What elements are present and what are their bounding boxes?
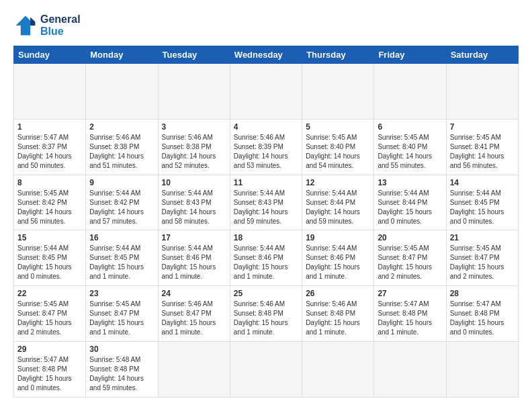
table-row: 2 Sunrise: 5:46 AM Sunset: 8:38 PM Dayli… xyxy=(86,119,158,175)
day-number: 27 xyxy=(378,289,442,298)
table-row xyxy=(446,64,518,120)
daylight-label: Daylight: 15 hours and 1 minute. xyxy=(89,263,144,280)
sunset-label: Sunset: 8:47 PM xyxy=(378,254,427,261)
sunset-label: Sunset: 8:42 PM xyxy=(89,199,139,206)
day-info: Sunrise: 5:44 AM Sunset: 8:43 PM Dayligh… xyxy=(162,189,226,226)
sunrise-label: Sunrise: 5:44 AM xyxy=(306,189,357,197)
day-number: 26 xyxy=(306,289,370,298)
sunrise-label: Sunrise: 5:45 AM xyxy=(378,134,429,141)
sunset-label: Sunset: 8:42 PM xyxy=(17,199,67,206)
daylight-label: Daylight: 14 hours and 55 minutes. xyxy=(378,152,432,169)
table-row: 24 Sunrise: 5:46 AM Sunset: 8:47 PM Dayl… xyxy=(158,286,230,342)
sunrise-label: Sunrise: 5:46 AM xyxy=(234,300,285,308)
table-row: 29 Sunrise: 5:47 AM Sunset: 8:48 PM Dayl… xyxy=(14,342,86,398)
sunset-label: Sunset: 8:48 PM xyxy=(450,310,500,317)
sunrise-label: Sunrise: 5:45 AM xyxy=(378,244,429,252)
table-row: 6 Sunrise: 5:45 AM Sunset: 8:40 PM Dayli… xyxy=(374,119,446,175)
sunrise-label: Sunrise: 5:46 AM xyxy=(306,300,357,308)
table-row: 28 Sunrise: 5:47 AM Sunset: 8:48 PM Dayl… xyxy=(446,286,518,342)
day-number: 23 xyxy=(89,289,154,298)
sunset-label: Sunset: 8:44 PM xyxy=(378,199,427,206)
daylight-label: Daylight: 14 hours and 59 minutes. xyxy=(89,375,144,392)
daylight-label: Daylight: 15 hours and 1 minute. xyxy=(234,319,288,336)
calendar-week-row: 8 Sunrise: 5:45 AM Sunset: 8:42 PM Dayli… xyxy=(14,175,519,230)
table-row: 22 Sunrise: 5:45 AM Sunset: 8:47 PM Dayl… xyxy=(14,286,86,342)
table-row: 27 Sunrise: 5:47 AM Sunset: 8:48 PM Dayl… xyxy=(374,286,446,342)
day-info: Sunrise: 5:45 AM Sunset: 8:47 PM Dayligh… xyxy=(17,300,82,337)
day-number: 4 xyxy=(234,122,298,132)
daylight-label: Daylight: 15 hours and 0 minutes. xyxy=(17,263,72,280)
daylight-label: Daylight: 15 hours and 0 minutes. xyxy=(450,319,504,336)
table-row: 26 Sunrise: 5:46 AM Sunset: 8:48 PM Dayl… xyxy=(302,286,374,342)
table-row: 14 Sunrise: 5:44 AM Sunset: 8:45 PM Dayl… xyxy=(446,175,518,230)
daylight-label: Daylight: 14 hours and 57 minutes. xyxy=(89,208,144,225)
day-info: Sunrise: 5:45 AM Sunset: 8:47 PM Dayligh… xyxy=(89,300,154,337)
day-info: Sunrise: 5:44 AM Sunset: 8:43 PM Dayligh… xyxy=(234,189,298,226)
daylight-label: Daylight: 15 hours and 0 minutes. xyxy=(17,375,72,392)
calendar-week-row: 29 Sunrise: 5:47 AM Sunset: 8:48 PM Dayl… xyxy=(14,342,519,398)
day-number: 7 xyxy=(450,122,515,132)
daylight-label: Daylight: 14 hours and 56 minutes. xyxy=(17,208,72,225)
daylight-label: Daylight: 15 hours and 1 minute. xyxy=(306,319,360,336)
daylight-label: Daylight: 15 hours and 1 minute. xyxy=(378,319,432,336)
table-row: 23 Sunrise: 5:45 AM Sunset: 8:47 PM Dayl… xyxy=(86,286,158,342)
sunset-label: Sunset: 8:46 PM xyxy=(162,254,212,261)
sunset-label: Sunset: 8:47 PM xyxy=(89,310,139,317)
day-info: Sunrise: 5:44 AM Sunset: 8:45 PM Dayligh… xyxy=(17,244,82,281)
sunset-label: Sunset: 8:45 PM xyxy=(89,254,139,261)
sunset-label: Sunset: 8:45 PM xyxy=(17,254,67,261)
sunset-label: Sunset: 8:41 PM xyxy=(450,143,500,150)
day-info: Sunrise: 5:47 AM Sunset: 8:48 PM Dayligh… xyxy=(17,355,82,393)
day-number: 25 xyxy=(234,289,298,298)
table-row: 8 Sunrise: 5:45 AM Sunset: 8:42 PM Dayli… xyxy=(14,175,86,230)
sunset-label: Sunset: 8:39 PM xyxy=(234,143,283,150)
daylight-label: Daylight: 15 hours and 1 minute. xyxy=(162,263,216,280)
sunset-label: Sunset: 8:48 PM xyxy=(306,310,355,317)
day-info: Sunrise: 5:47 AM Sunset: 8:48 PM Dayligh… xyxy=(378,300,442,337)
day-info: Sunrise: 5:48 AM Sunset: 8:48 PM Dayligh… xyxy=(89,355,154,393)
day-number: 8 xyxy=(17,178,82,187)
daylight-label: Daylight: 15 hours and 2 minutes. xyxy=(378,263,432,280)
table-row: 9 Sunrise: 5:44 AM Sunset: 8:42 PM Dayli… xyxy=(86,175,158,230)
table-row: 15 Sunrise: 5:44 AM Sunset: 8:45 PM Dayl… xyxy=(14,230,86,286)
table-row xyxy=(158,342,230,398)
day-info: Sunrise: 5:46 AM Sunset: 8:48 PM Dayligh… xyxy=(234,300,298,337)
col-saturday: Saturday xyxy=(446,46,518,64)
day-info: Sunrise: 5:44 AM Sunset: 8:46 PM Dayligh… xyxy=(162,244,226,281)
sunrise-label: Sunrise: 5:44 AM xyxy=(234,244,285,252)
day-info: Sunrise: 5:46 AM Sunset: 8:47 PM Dayligh… xyxy=(162,300,226,337)
calendar-week-row: 15 Sunrise: 5:44 AM Sunset: 8:45 PM Dayl… xyxy=(14,230,519,286)
table-row: 18 Sunrise: 5:44 AM Sunset: 8:46 PM Dayl… xyxy=(230,230,302,286)
daylight-label: Daylight: 15 hours and 2 minutes. xyxy=(17,319,72,336)
sunset-label: Sunset: 8:48 PM xyxy=(234,310,283,317)
table-row xyxy=(14,64,86,120)
sunset-label: Sunset: 8:47 PM xyxy=(162,310,212,317)
day-info: Sunrise: 5:45 AM Sunset: 8:47 PM Dayligh… xyxy=(378,244,442,281)
table-row: 21 Sunrise: 5:45 AM Sunset: 8:47 PM Dayl… xyxy=(446,230,518,286)
sunset-label: Sunset: 8:38 PM xyxy=(162,143,212,150)
daylight-label: Daylight: 15 hours and 1 minute. xyxy=(89,319,144,336)
table-row: 11 Sunrise: 5:44 AM Sunset: 8:43 PM Dayl… xyxy=(230,175,302,230)
col-thursday: Thursday xyxy=(302,46,374,64)
daylight-label: Daylight: 14 hours and 59 minutes. xyxy=(234,208,288,225)
sunrise-label: Sunrise: 5:45 AM xyxy=(17,300,69,308)
calendar-week-row xyxy=(14,64,519,120)
daylight-label: Daylight: 15 hours and 2 minutes. xyxy=(450,263,504,280)
day-info: Sunrise: 5:45 AM Sunset: 8:47 PM Dayligh… xyxy=(450,244,515,281)
day-number: 28 xyxy=(450,289,515,298)
table-row: 12 Sunrise: 5:44 AM Sunset: 8:44 PM Dayl… xyxy=(302,175,374,230)
table-row: 17 Sunrise: 5:44 AM Sunset: 8:46 PM Dayl… xyxy=(158,230,230,286)
table-row: 5 Sunrise: 5:45 AM Sunset: 8:40 PM Dayli… xyxy=(302,119,374,175)
sunset-label: Sunset: 8:47 PM xyxy=(17,310,67,317)
sunset-label: Sunset: 8:48 PM xyxy=(378,310,427,317)
table-row xyxy=(158,64,230,120)
table-row: 13 Sunrise: 5:44 AM Sunset: 8:44 PM Dayl… xyxy=(374,175,446,230)
day-number: 19 xyxy=(306,233,370,242)
col-tuesday: Tuesday xyxy=(158,46,230,64)
day-info: Sunrise: 5:44 AM Sunset: 8:46 PM Dayligh… xyxy=(306,244,370,281)
day-number: 13 xyxy=(378,178,442,187)
daylight-label: Daylight: 14 hours and 59 minutes. xyxy=(306,208,360,225)
sunrise-label: Sunrise: 5:44 AM xyxy=(378,189,429,197)
day-number: 14 xyxy=(450,178,515,187)
sunset-label: Sunset: 8:38 PM xyxy=(89,143,139,150)
